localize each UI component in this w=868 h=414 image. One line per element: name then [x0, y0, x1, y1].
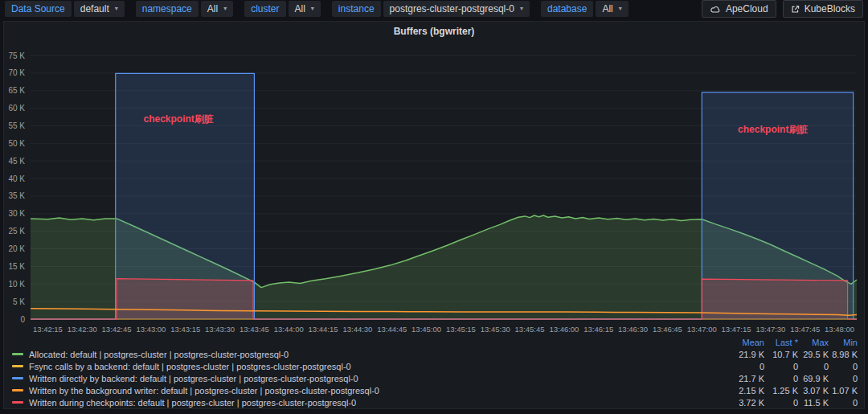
legend-value-last: 1.25 K [764, 386, 798, 396]
variable-label: instance [332, 1, 381, 17]
x-axis-tick-label: 13:44:00 [274, 325, 304, 334]
variable-filter-group: namespace All ▾ [136, 1, 233, 17]
variable-label: database [541, 1, 593, 17]
y-axis-tick-label: 50 K [8, 139, 25, 148]
variable-filters: Data Source default ▾ namespace All ▾ cl… [5, 1, 628, 17]
series-label[interactable]: Written during checkpoints: default | po… [29, 398, 356, 408]
legend-value-min: 8.98 K [829, 350, 858, 359]
series-label[interactable]: Written by the background writer: defaul… [29, 386, 379, 396]
legend-rows: Allocated: default | postgres-cluster | … [12, 348, 858, 408]
timeseries-chart[interactable]: 05 K10 K15 K20 K25 K30 K35 K40 K45 K50 K… [4, 41, 862, 334]
series-label[interactable]: Written directly by backend: default | p… [29, 374, 358, 383]
apecloud-button[interactable]: ApeCloud [702, 0, 776, 18]
variable-selected-value: All [295, 3, 305, 14]
legend-table: Mean Last * Max Min Allocated: default |… [4, 334, 864, 408]
x-axis-tick-label: 13:44:15 [309, 325, 338, 334]
legend-value-mean: 21.9 K [721, 350, 764, 359]
y-axis-tick-label: 55 K [8, 121, 25, 130]
variable-filter-group: Data Source default ▾ [5, 1, 125, 17]
legend-header: Mean Last * Max Min [12, 336, 858, 348]
variable-label: Data Source [5, 1, 72, 17]
legend-value-min: 0 [829, 374, 858, 383]
x-axis-tick-label: 13:43:45 [240, 325, 269, 334]
checkpoint-annotation: checkpoint刷脏 [144, 113, 214, 125]
y-axis-tick-label: 75 K [8, 51, 25, 60]
x-axis-tick-label: 13:42:30 [68, 325, 97, 334]
legend-col-last[interactable]: Last * [764, 338, 798, 347]
x-axis-tick-label: 13:46:15 [583, 325, 613, 334]
x-axis-tick-label: 13:45:00 [411, 325, 441, 334]
x-axis-tick-label: 13:43:30 [205, 325, 235, 334]
series-label[interactable]: Fsync calls by a backend: default | post… [29, 362, 351, 371]
variable-selected-value: All [602, 3, 612, 14]
x-axis-tick-label: 13:45:45 [515, 325, 545, 334]
series-label[interactable]: Allocated: default | postgres-cluster | … [29, 350, 289, 359]
y-axis-tick-label: 45 K [8, 157, 25, 166]
variable-filter-group: database All ▾ [541, 1, 628, 17]
variable-value-dropdown[interactable]: All ▾ [201, 1, 233, 17]
x-axis-tick-label: 13:43:15 [170, 325, 200, 334]
x-axis-tick-label: 13:46:30 [618, 325, 648, 334]
x-axis-tick-label: 13:48:00 [825, 325, 854, 334]
legend-value-last: 0 [764, 374, 798, 383]
legend-col-max[interactable]: Max [798, 338, 829, 347]
chevron-down-icon: ▾ [619, 6, 622, 12]
legend-col-min[interactable]: Min [829, 338, 858, 347]
variable-label: cluster [244, 1, 285, 17]
variable-selected-value: postgres-cluster-postgresql-0 [390, 3, 514, 14]
legend-value-mean: 2.15 K [721, 386, 764, 396]
legend-col-mean[interactable]: Mean [721, 338, 764, 347]
chevron-down-icon: ▾ [115, 6, 118, 12]
series-color-swatch [12, 389, 23, 391]
y-axis-tick-label: 0 [20, 315, 25, 324]
legend-value-min: 0 [829, 362, 858, 371]
x-axis-tick-label: 13:44:30 [342, 325, 372, 334]
y-axis-tick-label: 5 K [13, 297, 25, 306]
chevron-down-icon: ▾ [223, 6, 227, 12]
y-axis-tick-label: 15 K [8, 262, 25, 271]
buffers-bgwriter-panel: Buffers (bgwriter) 05 K10 K15 K20 K25 K3… [3, 21, 865, 409]
legend-value-max: 69.9 K [798, 374, 829, 383]
legend-row: Written directly by backend: default | p… [12, 372, 858, 384]
panel-title[interactable]: Buffers (bgwriter) [4, 22, 864, 41]
variable-selected-value: All [207, 3, 218, 14]
legend-value-mean: 21.7 K [721, 374, 764, 383]
checkpoint-annotation: checkpoint刷脏 [738, 124, 808, 135]
legend-value-last: 10.7 K [764, 350, 798, 359]
legend-value-max: 3.07 K [798, 386, 829, 396]
variable-label: namespace [136, 1, 199, 17]
legend-row: Allocated: default | postgres-cluster | … [12, 348, 858, 360]
toolbar-right: ApeCloud KubeBlocks [702, 0, 863, 18]
chevron-down-icon: ▾ [311, 6, 314, 12]
legend-row: Written during checkpoints: default | po… [12, 396, 858, 408]
variable-value-dropdown[interactable]: default ▾ [74, 1, 125, 17]
legend-row-label-cell: Written directly by backend: default | p… [12, 374, 721, 383]
x-axis-tick-label: 13:45:15 [446, 325, 476, 334]
legend-row-label-cell: Written by the background writer: defaul… [12, 386, 721, 396]
y-axis-tick-label: 65 K [8, 86, 25, 95]
variable-value-dropdown[interactable]: All ▾ [289, 1, 321, 17]
series-color-swatch [12, 353, 23, 355]
legend-row-label-cell: Fsync calls by a backend: default | post… [12, 362, 721, 371]
chevron-down-icon: ▾ [520, 6, 523, 12]
y-axis-tick-label: 10 K [8, 280, 25, 289]
kubeblocks-button[interactable]: KubeBlocks [783, 0, 863, 18]
legend-value-last: 0 [764, 398, 798, 408]
legend-row-label-cell: Written during checkpoints: default | po… [12, 398, 721, 408]
variable-selected-value: default [80, 3, 109, 14]
legend-row: Fsync calls by a backend: default | post… [12, 360, 858, 372]
legend-row-label-cell: Allocated: default | postgres-cluster | … [12, 350, 721, 359]
y-axis-tick-label: 40 K [8, 174, 25, 183]
x-axis-tick-label: 13:42:15 [33, 325, 63, 334]
legend-value-mean: 0 [721, 362, 764, 371]
x-axis-tick-label: 13:47:30 [755, 325, 785, 334]
external-link-icon [791, 5, 800, 14]
series-color-swatch [12, 377, 23, 379]
apecloud-button-label: ApeCloud [726, 3, 768, 14]
x-axis-tick-label: 13:42:45 [102, 325, 132, 334]
variable-value-dropdown[interactable]: All ▾ [596, 1, 628, 17]
variable-value-dropdown[interactable]: postgres-cluster-postgresql-0 ▾ [383, 1, 530, 17]
legend-value-max: 29.5 K [798, 350, 829, 359]
dashboard-toolbar: Data Source default ▾ namespace All ▾ cl… [0, 0, 868, 18]
series-color-swatch [12, 365, 23, 367]
